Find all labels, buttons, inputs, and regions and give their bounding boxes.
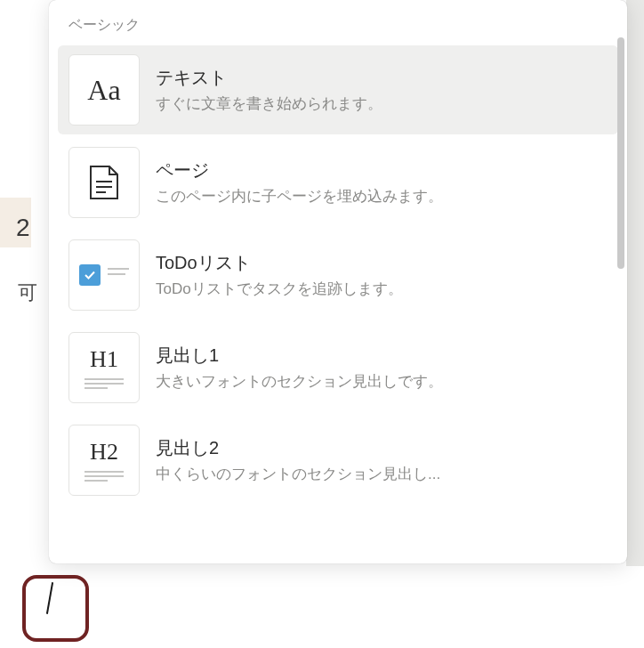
menu-item-heading2[interactable]: H2 見出し2 中くらいのフォントのセクション見出し... — [58, 416, 618, 505]
section-header-basic: ベーシック — [49, 0, 627, 44]
h1-glyph: H1 — [90, 346, 118, 373]
heading2-block-icon: H2 — [68, 425, 140, 496]
aa-glyph: Aa — [87, 74, 120, 107]
menu-item-content: ToDoリスト ToDoリストでタスクを追跡します。 — [156, 251, 608, 299]
checkbox-checked-icon — [79, 264, 101, 286]
menu-item-description: すぐに文章を書き始められます。 — [156, 93, 608, 114]
menu-item-title: ToDoリスト — [156, 251, 608, 275]
menu-item-content: 見出し1 大きいフォントのセクション見出しです。 — [156, 344, 608, 392]
menu-item-title: テキスト — [156, 66, 608, 90]
menu-item-title: ページ — [156, 158, 608, 182]
scrollbar-thumb[interactable] — [617, 37, 624, 269]
menu-item-text[interactable]: Aa テキスト すぐに文章を書き始められます。 — [58, 45, 618, 134]
h2-glyph: H2 — [90, 439, 118, 466]
side-gutter — [626, 0, 644, 566]
menu-item-content: テキスト すぐに文章を書き始められます。 — [156, 66, 608, 114]
menu-item-todo[interactable]: ToDoリスト ToDoリストでタスクを追跡します。 — [58, 231, 618, 320]
menu-items-list: Aa テキスト すぐに文章を書き始められます。 ページ このページ内に子ページを… — [49, 44, 627, 506]
todo-lines-icon — [108, 264, 129, 275]
heading-lines-icon — [85, 378, 124, 389]
bg-partial-text-1: 2 — [0, 214, 36, 242]
bg-partial-text-2: 可 — [0, 279, 36, 306]
text-block-icon: Aa — [68, 54, 140, 126]
heading1-block-icon: H1 — [68, 332, 140, 403]
menu-item-title: 見出し2 — [156, 436, 608, 460]
page-icon — [88, 164, 120, 201]
block-type-menu: ベーシック Aa テキスト すぐに文章を書き始められます。 — [49, 0, 627, 563]
page-block-icon — [68, 147, 140, 218]
todo-block-icon — [68, 239, 140, 311]
menu-item-heading1[interactable]: H1 見出し1 大きいフォントのセクション見出しです。 — [58, 323, 618, 412]
menu-item-description: このページ内に子ページを埋め込みます。 — [156, 186, 608, 207]
menu-item-description: 大きいフォントのセクション見出しです。 — [156, 371, 608, 392]
menu-item-description: 中くらいのフォントのセクション見出し... — [156, 464, 608, 484]
menu-item-content: ページ このページ内に子ページを埋め込みます。 — [156, 158, 608, 207]
menu-item-title: 見出し1 — [156, 344, 608, 368]
menu-item-description: ToDoリストでタスクを追跡します。 — [156, 279, 608, 299]
menu-item-page[interactable]: ページ このページ内に子ページを埋め込みます。 — [58, 138, 618, 227]
background-content: 2 可 — [0, 205, 36, 315]
menu-item-content: 見出し2 中くらいのフォントのセクション見出し... — [156, 436, 608, 484]
cursor-highlight-box — [22, 575, 89, 642]
heading-lines-icon — [85, 471, 124, 482]
